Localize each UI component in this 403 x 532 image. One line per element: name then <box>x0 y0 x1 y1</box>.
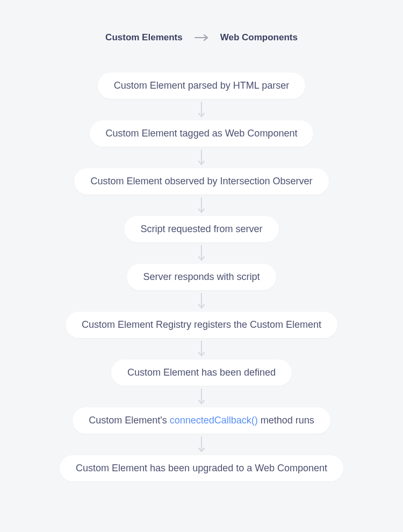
steps-container: Custom Element parsed by HTML parser Cus… <box>60 73 343 481</box>
arrow-down-icon <box>198 434 205 455</box>
header-right-label: Web Components <box>220 32 298 43</box>
arrow-down-icon <box>198 195 205 216</box>
step-text: Custom Element's connectedCallback() met… <box>89 415 314 426</box>
diagram-header: Custom Elements Web Components <box>105 32 298 43</box>
step-text: Script requested from server <box>140 224 262 235</box>
flow-step: Custom Element has been defined <box>111 360 292 386</box>
step-text: Custom Element Registry registers the Cu… <box>82 319 321 330</box>
header-left-label: Custom Elements <box>105 32 183 43</box>
arrow-down-icon <box>198 99 205 120</box>
flow-step: Custom Element parsed by HTML parser <box>98 73 305 99</box>
arrow-down-icon <box>198 338 205 360</box>
arrow-down-icon <box>198 242 205 264</box>
flow-step: Server responds with script <box>127 264 276 290</box>
step-text: Custom Element observed by Intersection … <box>90 176 312 187</box>
highlighted-text: connectedCallback() <box>170 415 258 426</box>
flow-step: Custom Element Registry registers the Cu… <box>66 312 337 338</box>
arrow-down-icon <box>198 147 205 168</box>
flow-step: Custom Element tagged as Web Component <box>90 120 314 147</box>
step-text: Server responds with script <box>143 271 260 283</box>
step-text: Custom Element has been upgraded to a We… <box>76 463 327 474</box>
flow-step: Custom Element has been upgraded to a We… <box>60 455 343 481</box>
step-text: Custom Element tagged as Web Component <box>106 128 298 139</box>
arrow-right-icon <box>195 34 208 41</box>
flow-step: Script requested from server <box>124 216 278 242</box>
flow-step: Custom Element's connectedCallback() met… <box>73 407 330 434</box>
flow-step: Custom Element observed by Intersection … <box>74 168 328 195</box>
arrow-down-icon <box>198 290 205 312</box>
arrow-down-icon <box>198 386 205 407</box>
step-text: Custom Element has been defined <box>127 367 276 378</box>
step-text: Custom Element parsed by HTML parser <box>114 80 289 91</box>
